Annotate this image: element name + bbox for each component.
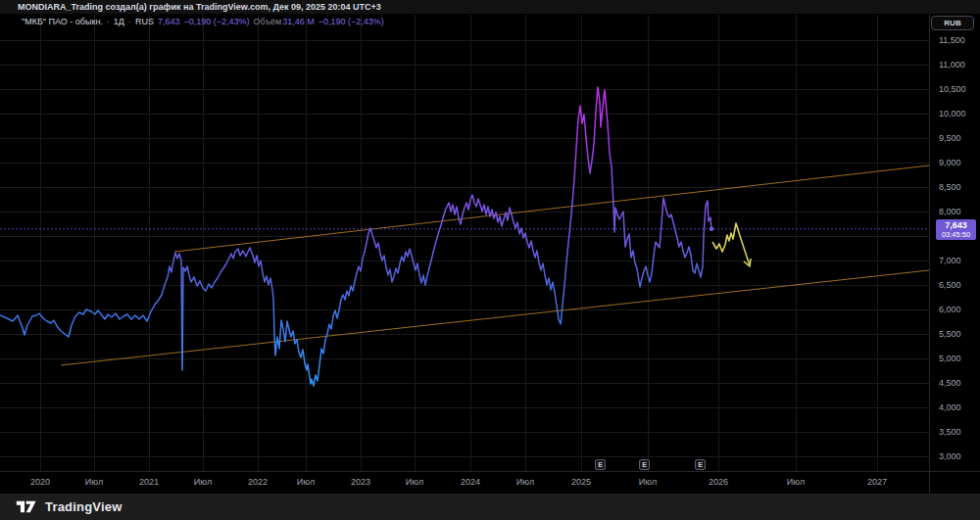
chart-legend: "МКБ" ПАО - обыкн.·1Д·RUS7,643−0,190 (−2… (22, 17, 388, 27)
price-axis-label: 4,000 (939, 402, 978, 412)
price-axis-label: 11,000 (939, 60, 978, 70)
exchange-label: RUS (135, 17, 154, 26)
earnings-marker-badge[interactable]: E (639, 459, 650, 470)
time-axis-label: Июл (771, 477, 820, 488)
attribution-bar: MONDIARA_Trading создал(а) график на Tra… (0, 0, 980, 14)
price-axis-label: 10,500 (939, 84, 978, 94)
price-chart-canvas[interactable] (0, 0, 980, 520)
time-axis-label: Июл (390, 477, 439, 488)
currency-toggle-button[interactable]: RUB (931, 16, 974, 30)
price-axis-label: 6,500 (939, 280, 978, 290)
tradingview-snapshot: MONDIARA_Trading создал(а) график на Tra… (0, 0, 980, 520)
time-axis-label: 2023 (336, 477, 385, 488)
time-axis-label: Июл (501, 477, 550, 488)
price-axis-label: 3,500 (939, 427, 978, 437)
time-axis[interactable]: 2020Июл2021Июл2022Июл2023Июл2024Июл2025И… (0, 471, 980, 494)
time-axis-label: 2024 (446, 477, 495, 488)
price-axis[interactable]: 11,50011,00010,50010,0009,5009,0008,5008… (929, 14, 980, 494)
last-price-badge: 7,643 03:45:50 (936, 219, 976, 240)
earnings-marker-badge[interactable]: E (595, 459, 606, 470)
last-price-value: 7,643 (158, 17, 180, 26)
time-axis-label: Июл (281, 477, 330, 488)
legend-separator-icon: · (128, 17, 131, 26)
symbol-title[interactable]: "МКБ" ПАО - обыкн. (22, 17, 103, 26)
price-change-value: −0,190 (−2,43%) (184, 17, 250, 26)
time-axis-label: 2027 (853, 477, 902, 488)
time-axis-label: Июл (178, 477, 227, 488)
time-axis-label: Июл (623, 477, 672, 488)
attribution-text: MONDIARA_Trading создал(а) график на Tra… (18, 2, 381, 12)
price-axis-label: 7,000 (939, 256, 978, 265)
volume-label: Объём (254, 17, 282, 26)
price-axis-label: 8,500 (939, 182, 978, 192)
interval-label[interactable]: 1Д (114, 17, 124, 26)
price-axis-label: 5,000 (939, 354, 978, 363)
earnings-marker-badge[interactable]: E (695, 459, 706, 470)
volume-value: 31,46 M (282, 17, 315, 26)
tradingview-logo-icon[interactable] (16, 497, 38, 516)
time-axis-label: 2020 (16, 477, 65, 488)
time-axis-label: 2025 (557, 477, 606, 488)
price-axis-label: 5,500 (939, 329, 978, 339)
volume-change-value: −0,190 (−2,43%) (318, 17, 384, 26)
time-axis-label: 2021 (124, 477, 173, 488)
time-axis-label: Июл (70, 477, 119, 488)
price-axis-label: 11,500 (939, 35, 978, 45)
brand-name[interactable]: TradingView (45, 499, 122, 514)
price-axis-label: 3,000 (939, 451, 978, 461)
price-axis-label: 10,000 (939, 109, 978, 118)
time-axis-label: 2026 (694, 477, 743, 488)
time-axis-label: 2022 (233, 477, 282, 488)
price-axis-label: 9,000 (939, 158, 978, 167)
badge-countdown: 03:45:50 (936, 231, 976, 239)
footer-bar: TradingView (0, 494, 980, 520)
price-axis-label: 8,000 (939, 207, 978, 216)
price-axis-label: 4,500 (939, 378, 978, 388)
price-axis-label: 6,000 (939, 305, 978, 314)
legend-separator-icon: · (107, 17, 110, 26)
price-axis-label: 9,500 (939, 133, 978, 143)
